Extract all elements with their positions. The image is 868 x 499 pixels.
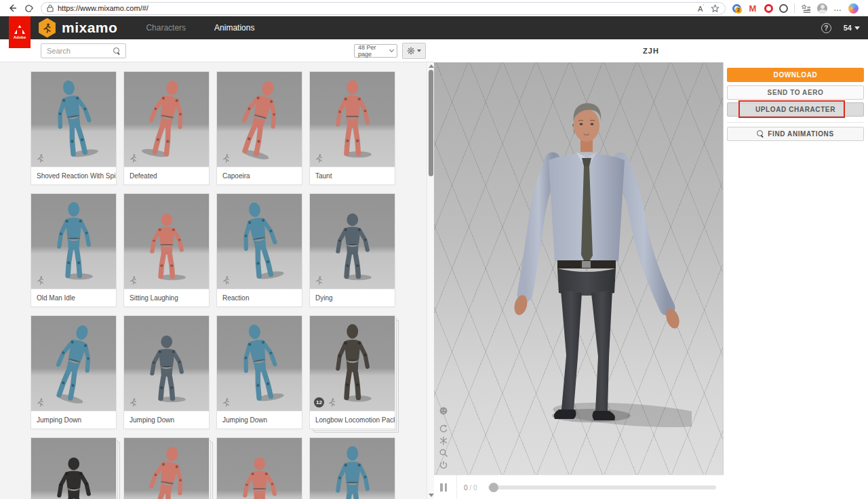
brand-name: mixamo: [62, 20, 117, 36]
adobe-logo[interactable]: Adobe: [9, 16, 31, 48]
reload-icon[interactable]: [20, 1, 37, 16]
upload-character-button[interactable]: UPLOAD CHARACTER: [727, 102, 864, 117]
animation-title: Taunt: [310, 167, 395, 184]
frame-counter: 0 / 0: [464, 484, 477, 492]
animation-thumbnail: [310, 438, 395, 499]
address-bar[interactable]: https://www.mixamo.com/#/ Aʻ: [41, 2, 726, 15]
animation-run-icon: [314, 275, 324, 285]
browser-chrome: https://www.mixamo.com/#/ Aʻ 2 M …: [0, 0, 868, 16]
collections-icon[interactable]: [801, 3, 811, 14]
character-figure: [34, 316, 113, 411]
character-figure: [224, 195, 296, 287]
animation-run-icon: [35, 275, 45, 285]
grid-settings-button[interactable]: [402, 43, 426, 59]
url-text: https://www.mixamo.com/#/: [58, 4, 691, 12]
animation-card[interactable]: [217, 438, 302, 499]
search-input[interactable]: [41, 47, 113, 55]
animation-grid: Shoved Reaction With Spin: [0, 62, 426, 499]
character-figure: [137, 334, 197, 405]
animation-title: Shoved Reaction With Spin: [31, 167, 116, 184]
animation-thumbnail: [217, 194, 302, 289]
animation-thumbnail: [217, 316, 302, 411]
animation-card[interactable]: Taunt: [310, 72, 395, 184]
find-animations-button[interactable]: FIND ANIMATIONS: [727, 127, 864, 141]
pause-button[interactable]: [440, 483, 449, 492]
animation-run-icon: [327, 397, 337, 407]
animation-card[interactable]: Old Man Idle: [31, 194, 116, 306]
divider: [456, 475, 457, 499]
app-header: Adobe mixamo Characters Animations ? 54: [0, 16, 868, 39]
reset-rotate-icon[interactable]: [439, 424, 448, 433]
animation-title: Dying: [310, 289, 395, 306]
animation-thumbnail: [124, 438, 209, 499]
animation-card[interactable]: Capoeira: [217, 72, 302, 184]
cookie-extension-icon[interactable]: [779, 4, 788, 13]
character-figure: [323, 212, 382, 283]
animation-library-panel: 48 Per page: [0, 39, 434, 499]
more-icon[interactable]: …: [833, 3, 842, 13]
animation-thumbnail: [217, 72, 302, 167]
animation-card[interactable]: Defeated: [124, 72, 209, 184]
animation-card[interactable]: [310, 438, 395, 499]
scrollbar-thumb[interactable]: [429, 70, 433, 176]
nav-characters[interactable]: Characters: [146, 23, 186, 33]
character-name: ZJH: [434, 39, 868, 62]
timeline-knob[interactable]: [489, 483, 498, 492]
animation-thumbnail: [310, 72, 395, 167]
back-icon[interactable]: [4, 1, 20, 16]
animation-title: Jumping Down: [217, 411, 302, 428]
playback-bar: 0 / 0: [434, 475, 724, 499]
animation-card[interactable]: Sitting Laughing: [124, 194, 209, 306]
search-box[interactable]: [41, 43, 126, 58]
animation-title: Capoeira: [217, 167, 302, 184]
help-icon[interactable]: ?: [821, 23, 831, 33]
animation-run-icon: [35, 153, 45, 163]
read-aloud-icon[interactable]: Aʻ: [698, 4, 704, 13]
zoom-icon[interactable]: [439, 448, 448, 458]
animation-run-icon: [221, 275, 231, 285]
animation-card[interactable]: Reaction: [217, 194, 302, 306]
scroll-down-icon[interactable]: [429, 494, 434, 497]
viewer-toolbar: [439, 406, 448, 475]
animation-card[interactable]: Jumping Down: [217, 316, 302, 428]
per-page-select[interactable]: 48 Per page: [354, 44, 397, 58]
nav-animations[interactable]: Animations: [214, 23, 254, 33]
character-figure: [137, 212, 197, 283]
favorite-star-icon[interactable]: [711, 4, 719, 13]
animation-title: Reaction: [217, 289, 302, 306]
power-icon[interactable]: [439, 460, 448, 470]
character-figure: [130, 439, 203, 499]
opera-icon[interactable]: [764, 4, 773, 13]
gmail-icon[interactable]: M: [747, 3, 758, 14]
animation-card[interactable]: Shoved Reaction With Spin: [31, 72, 116, 184]
copilot-icon[interactable]: [848, 3, 859, 14]
character-figure: [323, 443, 382, 499]
animation-thumbnail: [124, 194, 209, 289]
adobe-a-icon: [14, 25, 25, 34]
animation-card[interactable]: [124, 438, 209, 499]
character-head-icon[interactable]: [439, 406, 448, 416]
profile-avatar[interactable]: [817, 3, 827, 14]
mixamo-hexagon-icon: [38, 18, 56, 38]
skeleton-icon[interactable]: [439, 436, 448, 445]
3d-viewport[interactable]: [434, 62, 724, 475]
account-label: 54: [844, 24, 852, 32]
animation-card[interactable]: Jumping Down: [124, 316, 209, 428]
timeline-slider[interactable]: [488, 485, 716, 490]
account-menu[interactable]: 54: [844, 24, 860, 32]
library-toolbar: 48 Per page: [0, 39, 434, 62]
animation-card[interactable]: Dying: [310, 194, 395, 306]
chevron-down-icon: [417, 49, 421, 52]
send-to-aero-button[interactable]: SEND TO AERO: [727, 85, 864, 100]
animation-thumbnail: [124, 316, 209, 411]
extension-icon[interactable]: 2: [732, 4, 741, 13]
mixamo-logo[interactable]: mixamo: [38, 18, 117, 38]
lock-icon: [47, 4, 54, 12]
animation-card[interactable]: [31, 438, 116, 499]
animation-card[interactable]: 12 Longbow Locomotion Pack: [310, 316, 395, 428]
scrollbar[interactable]: [427, 62, 434, 499]
scroll-up-icon[interactable]: [429, 64, 434, 68]
character-figure: [220, 72, 298, 167]
download-button[interactable]: DOWNLOAD: [727, 68, 864, 82]
animation-card[interactable]: Jumping Down: [31, 316, 116, 428]
